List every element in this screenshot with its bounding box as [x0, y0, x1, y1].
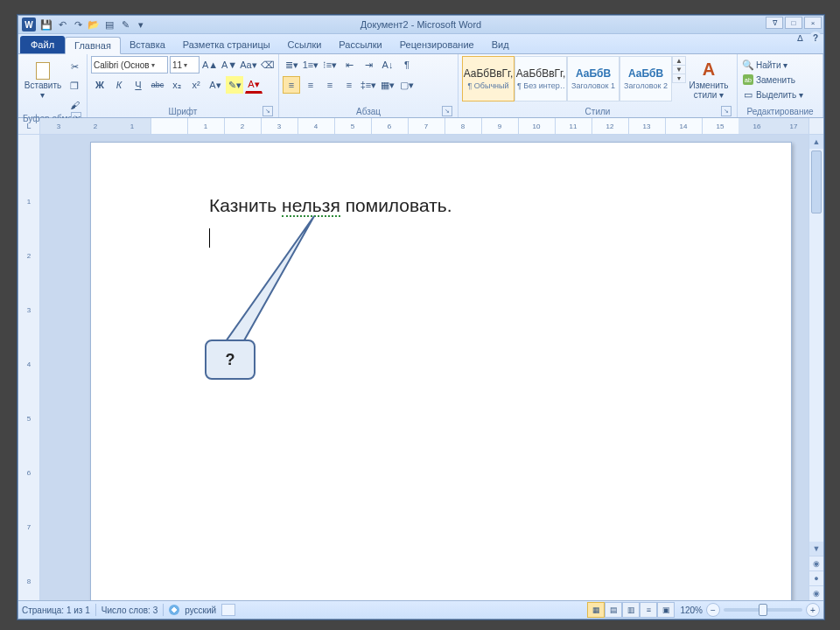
grow-font-icon[interactable]: A▲: [201, 56, 219, 74]
horizontal-ruler[interactable]: 3211234567891011121314151617: [40, 118, 808, 134]
cut-icon[interactable]: ✂: [66, 58, 83, 75]
select-button[interactable]: ▭Выделить ▾: [741, 88, 805, 102]
font-size-combo[interactable]: 11▾: [170, 56, 200, 74]
tab-view[interactable]: Вид: [483, 36, 518, 53]
styles-more-icon[interactable]: ▾: [673, 74, 685, 82]
subscript-button[interactable]: x₂: [168, 76, 186, 94]
style-normal[interactable]: АаБбВвГг,¶ Обычный: [462, 56, 514, 102]
align-left-button[interactable]: ≡: [283, 76, 300, 94]
view-web[interactable]: ▥: [622, 602, 640, 618]
styles-launcher-icon[interactable]: ↘: [721, 106, 732, 116]
maximize-button[interactable]: □: [785, 17, 802, 29]
italic-button[interactable]: К: [110, 76, 128, 94]
styles-down-icon[interactable]: ▼: [673, 66, 685, 74]
increase-indent-icon[interactable]: ⇥: [360, 56, 377, 74]
font-launcher-icon[interactable]: ↘: [262, 106, 273, 116]
view-draft[interactable]: ▣: [657, 602, 675, 618]
shading-icon[interactable]: ▦▾: [379, 76, 396, 94]
prev-page-icon[interactable]: ◉: [809, 556, 823, 570]
superscript-button[interactable]: x²: [187, 76, 205, 94]
tab-references[interactable]: Ссылки: [279, 36, 331, 53]
font-name-combo[interactable]: Calibri (Основ▾: [91, 56, 168, 74]
scroll-down-icon[interactable]: ▼: [809, 542, 823, 556]
justify-button[interactable]: ≡: [340, 76, 358, 94]
zoom-out-button[interactable]: −: [706, 603, 720, 617]
tab-insert[interactable]: Вставка: [121, 36, 174, 53]
strike-button[interactable]: abc: [149, 76, 166, 94]
insert-mode-icon[interactable]: [221, 604, 235, 616]
qat-new-icon[interactable]: ▤: [102, 18, 116, 32]
status-page[interactable]: Страница: 1 из 1: [22, 606, 90, 615]
view-outline[interactable]: ≡: [640, 602, 657, 618]
view-print-layout[interactable]: ▦: [587, 602, 605, 618]
view-full-read[interactable]: ▤: [605, 602, 622, 618]
zoom-controls: 120% − +: [680, 603, 820, 617]
minimize-button[interactable]: ᐁ: [766, 17, 783, 29]
font-color-icon[interactable]: A▾: [245, 77, 262, 94]
replace-button[interactable]: abЗаменить: [741, 73, 805, 87]
document-text[interactable]: Казнить нельзя помиловать.: [209, 195, 452, 216]
ribbon-tabs: Файл Главная Вставка Разметка страницы С…: [18, 34, 823, 54]
sort-icon[interactable]: A↓: [379, 56, 396, 74]
page-viewport[interactable]: Казнить нельзя помиловать. ?: [40, 135, 808, 600]
qat-open-icon[interactable]: 📂: [87, 18, 101, 32]
qat-customize-icon[interactable]: ▾: [134, 18, 148, 32]
group-paragraph: ≣▾ 1≡▾ ⁝≡▾ ⇤ ⇥ A↓ ¶ ≡ ≡ ≡ ≡ ‡≡▾ ▦▾ ▢▾: [279, 54, 458, 117]
show-marks-icon[interactable]: ¶: [398, 56, 416, 74]
ribbon-minimize-icon[interactable]: ᐃ: [794, 32, 806, 44]
tab-review[interactable]: Рецензирование: [391, 36, 483, 53]
copy-icon[interactable]: ❐: [66, 77, 83, 94]
file-tab[interactable]: Файл: [20, 36, 65, 53]
status-words[interactable]: Число слов: 3: [102, 606, 158, 615]
grammar-squiggle[interactable]: нельзя: [282, 195, 340, 217]
zoom-slider-thumb[interactable]: [759, 604, 767, 616]
browse-object-icon[interactable]: ●: [809, 570, 823, 585]
zoom-in-button[interactable]: +: [806, 603, 820, 617]
status-language[interactable]: русский: [185, 606, 216, 615]
decrease-indent-icon[interactable]: ⇤: [340, 56, 358, 74]
scroll-up-icon[interactable]: ▲: [809, 135, 823, 149]
tab-home[interactable]: Главная: [65, 37, 121, 54]
find-button[interactable]: 🔍Найти ▾: [741, 58, 805, 72]
word-window: W 💾 ↶ ↷ 📂 ▤ ✎ ▾ Документ2 - Microsoft Wo…: [18, 15, 824, 620]
qat-save-icon[interactable]: 💾: [39, 18, 53, 32]
shrink-font-icon[interactable]: A▼: [220, 56, 238, 74]
numbering-icon[interactable]: 1≡▾: [302, 56, 319, 74]
next-page-icon[interactable]: ◉: [809, 585, 823, 600]
multilevel-icon[interactable]: ⁝≡▾: [321, 56, 339, 74]
bullets-icon[interactable]: ≣▾: [283, 56, 300, 74]
close-button[interactable]: ×: [804, 17, 822, 29]
help-icon[interactable]: ?: [809, 32, 822, 44]
paragraph-launcher-icon[interactable]: ↘: [442, 106, 452, 116]
change-case-icon[interactable]: Aa▾: [240, 56, 257, 74]
zoom-value[interactable]: 120%: [680, 606, 703, 615]
style-heading1[interactable]: АаБбВЗаголовок 1: [567, 56, 620, 102]
paste-button[interactable]: Вставить▾: [22, 56, 64, 100]
zoom-slider[interactable]: [724, 608, 802, 612]
page[interactable]: Казнить нельзя помиловать. ?: [90, 142, 792, 600]
vertical-ruler[interactable]: 12345678: [18, 135, 40, 600]
ruler-toggle-icon[interactable]: [808, 118, 823, 134]
highlight-icon[interactable]: ✎▾: [226, 76, 243, 94]
clear-format-icon[interactable]: ⌫: [259, 56, 276, 74]
qat-quickprint-icon[interactable]: ✎: [118, 18, 132, 32]
tab-layout[interactable]: Разметка страницы: [174, 36, 279, 53]
scroll-thumb[interactable]: [811, 150, 822, 214]
qat-redo-icon[interactable]: ↷: [71, 18, 85, 32]
change-styles-button[interactable]: A Изменить стили ▾: [686, 56, 732, 100]
tab-mailings[interactable]: Рассылки: [330, 36, 390, 53]
callout-box[interactable]: ?: [205, 340, 256, 380]
styles-up-icon[interactable]: ▲: [673, 57, 685, 66]
style-heading2[interactable]: АаБбВЗаголовок 2: [620, 56, 672, 102]
style-no-spacing[interactable]: АаБбВвГг,¶ Без интер…: [514, 56, 567, 102]
qat-undo-icon[interactable]: ↶: [55, 18, 69, 32]
format-painter-icon[interactable]: 🖌: [66, 96, 83, 114]
borders-icon[interactable]: ▢▾: [398, 76, 416, 94]
align-right-button[interactable]: ≡: [321, 76, 339, 94]
text-effects-icon[interactable]: A▾: [206, 76, 224, 94]
underline-button[interactable]: Ч: [130, 76, 147, 94]
scroll-track[interactable]: [809, 149, 823, 542]
align-center-button[interactable]: ≡: [302, 76, 319, 94]
bold-button[interactable]: Ж: [91, 76, 108, 94]
line-spacing-icon[interactable]: ‡≡▾: [360, 76, 377, 94]
